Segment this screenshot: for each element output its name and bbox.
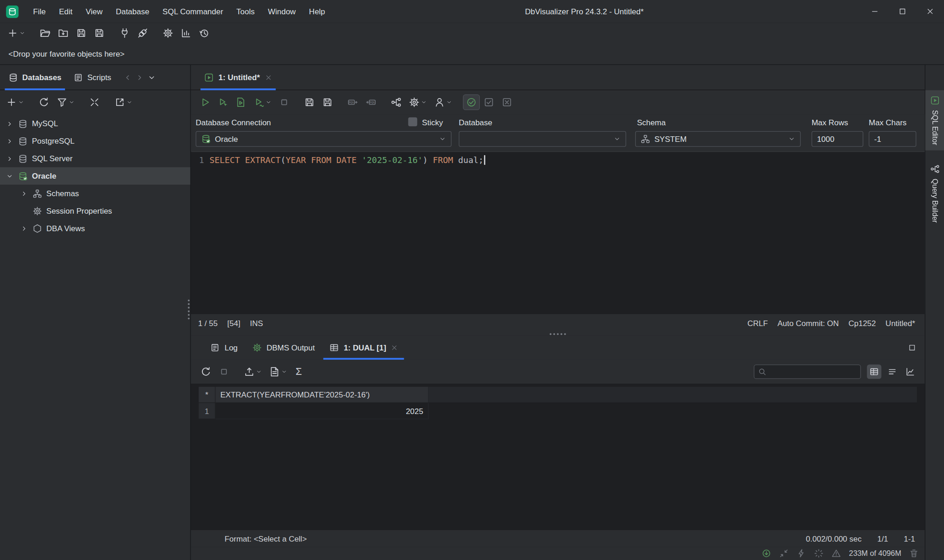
favorites-bar[interactable]: <Drop your favorite objects here>	[0, 43, 944, 65]
tab-scripts[interactable]: Scripts	[67, 64, 117, 90]
auto-commit-status[interactable]: Auto Commit: ON	[778, 319, 839, 328]
new-connection-button[interactable]	[4, 24, 29, 42]
grid-row-number[interactable]: 1	[199, 403, 216, 419]
grid-view-button[interactable]	[867, 365, 881, 379]
sql-editor[interactable]: 1 SELECT EXTRACT(YEAR FROM DATE '2025-02…	[191, 152, 925, 314]
chevron-right-icon[interactable]	[20, 225, 28, 232]
tree-item-session-properties[interactable]: Session Properties	[0, 202, 190, 220]
aggregate-button[interactable]: Σ	[291, 366, 307, 378]
menu-database[interactable]: Database	[109, 7, 156, 16]
chevron-right-icon[interactable]	[6, 137, 13, 145]
pin-button[interactable]	[431, 93, 456, 111]
close-button[interactable]	[916, 0, 944, 23]
database-select[interactable]	[459, 131, 626, 147]
open-in-window-button[interactable]	[111, 93, 136, 111]
tab-list-icon[interactable]	[148, 73, 156, 82]
grid-column-header[interactable]: EXTRACT(YEARFROMDATE'2025-02-16')	[216, 387, 429, 403]
trash-icon[interactable]	[909, 548, 919, 558]
tab-result-dual[interactable]: 1: DUAL [1]	[322, 336, 406, 360]
connection-select[interactable]: Oracle	[195, 131, 451, 147]
save-button[interactable]	[72, 24, 90, 42]
create-object-button[interactable]	[2, 93, 28, 111]
open-button[interactable]	[36, 24, 54, 42]
sticky-checkbox[interactable]	[408, 117, 418, 127]
tool-properties-button[interactable]	[159, 24, 177, 42]
memory-indicator[interactable]: 233M of 4096M	[849, 549, 901, 557]
tree-item-sql-server[interactable]: SQL Server	[0, 150, 190, 167]
chevron-right-icon[interactable]	[6, 120, 13, 128]
tab-log[interactable]: Log	[203, 336, 245, 360]
line-ending[interactable]: CRLF	[748, 319, 768, 328]
toolwindow-query-builder[interactable]: Query Builder	[925, 159, 944, 228]
history-button[interactable]	[195, 24, 213, 42]
sql-code-line[interactable]: SELECT EXTRACT(YEAR FROM DATE '2025-02-1…	[210, 152, 485, 314]
tab-next-icon[interactable]	[136, 73, 144, 82]
grid-search-input[interactable]	[769, 367, 854, 376]
results-splitter-handle[interactable]	[191, 332, 925, 336]
menu-tools[interactable]: Tools	[230, 7, 261, 16]
sidebar-splitter-handle[interactable]	[188, 299, 190, 319]
tab-untitled-sql[interactable]: 1: Untitled*	[199, 64, 277, 90]
grid-search-box[interactable]	[754, 365, 861, 379]
chevron-right-icon[interactable]	[20, 190, 28, 197]
encoding[interactable]: Cp1252	[849, 319, 876, 328]
tree-item-mysql[interactable]: MySQL	[0, 115, 190, 132]
menu-file[interactable]: File	[26, 7, 52, 16]
run-current-button[interactable]	[214, 93, 232, 111]
tab-dbms-output[interactable]: DBMS Output	[245, 336, 322, 360]
rollback-button[interactable]	[498, 93, 516, 111]
save-sql-button[interactable]	[301, 93, 319, 111]
grid-cell[interactable]: 2025	[216, 403, 429, 419]
export-button[interactable]	[240, 363, 266, 381]
menu-help[interactable]: Help	[302, 7, 332, 16]
commit-button[interactable]	[480, 93, 498, 111]
shrink-icon[interactable]	[779, 548, 789, 558]
burst-icon[interactable]	[814, 548, 824, 558]
max-rows-input[interactable]: 1000	[812, 131, 863, 147]
chart-view-button[interactable]	[903, 365, 917, 379]
refresh-result-button[interactable]	[197, 363, 215, 381]
tab-prev-icon[interactable]	[123, 73, 131, 82]
connect-button[interactable]	[134, 24, 152, 42]
text-view-button[interactable]	[885, 365, 899, 379]
menu-window[interactable]: Window	[261, 7, 302, 16]
tree-item-schemas[interactable]: Schemas	[0, 185, 190, 202]
bolt-icon[interactable]	[796, 548, 806, 558]
load-sql-button[interactable]	[344, 93, 362, 111]
save-sql-as-button[interactable]	[319, 93, 336, 111]
maximize-panel-icon[interactable]	[908, 344, 916, 352]
run-explain-button[interactable]	[250, 93, 275, 111]
max-chars-input[interactable]: -1	[869, 131, 916, 147]
stop-button[interactable]	[275, 93, 293, 111]
grid-corner-cell[interactable]: *	[199, 387, 216, 403]
collapse-all-button[interactable]	[85, 93, 103, 111]
menu-edit[interactable]: Edit	[53, 7, 79, 16]
monitor-button[interactable]	[177, 24, 195, 42]
menu-view[interactable]: View	[79, 7, 109, 16]
close-tab-icon[interactable]	[265, 74, 272, 81]
filter-button[interactable]	[53, 93, 78, 111]
sql-history-button[interactable]	[362, 93, 380, 111]
import-button[interactable]	[54, 24, 72, 42]
minimize-button[interactable]	[861, 0, 889, 23]
tree-item-dba-views[interactable]: DBA Views	[0, 220, 190, 237]
close-tab-icon[interactable]	[391, 344, 398, 351]
run-button[interactable]	[195, 93, 213, 111]
chevron-down-icon[interactable]	[6, 172, 13, 180]
stop-result-button[interactable]	[215, 363, 233, 381]
cloud-download-icon[interactable]	[761, 548, 771, 558]
refresh-tree-button[interactable]	[35, 93, 53, 111]
menu-sql-commander[interactable]: SQL Commander	[156, 7, 230, 16]
schema-select[interactable]: SYSTEM	[635, 131, 801, 147]
format-sql-button[interactable]	[387, 93, 405, 111]
tab-databases[interactable]: Databases	[2, 64, 67, 90]
toolwindow-sql-editor[interactable]: SQL Editor	[925, 90, 944, 151]
maximize-button[interactable]	[889, 0, 916, 23]
warning-icon[interactable]	[832, 548, 841, 558]
result-format-button[interactable]	[266, 363, 291, 381]
run-script-button[interactable]	[232, 93, 250, 111]
editor-settings-button[interactable]	[405, 93, 431, 111]
driver-manager-button[interactable]	[116, 24, 134, 42]
save-as-button[interactable]	[90, 24, 108, 42]
tree-item-oracle[interactable]: Oracle	[0, 167, 190, 185]
